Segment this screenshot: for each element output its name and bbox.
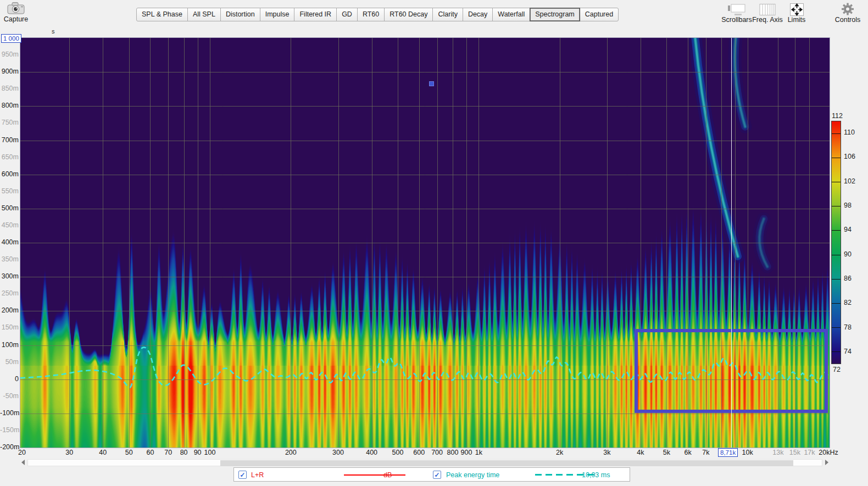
colorbar-tick-label: 86 (844, 275, 852, 282)
x-tick-label: 15k (789, 449, 800, 456)
y-tick-label: 400m (0, 238, 19, 246)
scrollbar-track[interactable] (27, 459, 822, 466)
x-tick-label: 50 (125, 449, 133, 456)
y-tick-label: 450m (0, 221, 19, 229)
scrollbars-label: Scrollbars (721, 16, 752, 24)
tab-all-spl[interactable]: All SPL (187, 8, 221, 21)
x-tick-label: 100 (204, 449, 216, 456)
limits-label: Limits (788, 16, 806, 24)
tab-decay[interactable]: Decay (463, 8, 493, 21)
tab-bar: SPL & PhaseAll SPLDistortionImpulseFilte… (136, 8, 618, 21)
capture-button[interactable]: Capture (2, 1, 30, 23)
colorbar-tick-label: 98 (844, 202, 852, 209)
x-tick-label: 13k (772, 449, 783, 456)
x-tick-label: 900 (461, 449, 472, 456)
y-tick-label: 500m (0, 204, 19, 212)
colorbar-tick-line (832, 303, 841, 304)
colorbar-tick-label: 94 (844, 226, 852, 233)
x-tick-label: 6k (685, 449, 692, 456)
y-tick-label: -150m (0, 426, 19, 434)
x-tick-label: 80 (180, 449, 188, 456)
tab-distortion[interactable]: Distortion (220, 8, 260, 21)
colorbar-tick-line (832, 133, 841, 134)
x-tick-label: 40 (99, 449, 107, 456)
y-tick-label: 100m (0, 341, 19, 349)
x-tick-label: 200 (285, 449, 297, 456)
tab-impulse[interactable]: Impulse (260, 8, 295, 21)
limits-button[interactable]: Limits (784, 3, 809, 24)
freq-axis-icon (759, 3, 776, 16)
x-tick-label: 2k (556, 449, 563, 456)
tab-rt60[interactable]: RT60 (357, 8, 385, 21)
x-tick-label: 10k (742, 449, 753, 456)
y-tick-label: 950m (0, 51, 19, 58)
plot-marker-square (429, 81, 434, 86)
y-tick-label: -50m (0, 392, 19, 400)
x-tick-label: 500 (392, 449, 404, 456)
colorbar-tick-label: 90 (844, 250, 852, 258)
x-tick-label: 20kHz (819, 449, 838, 456)
y-tick-label: 350m (0, 255, 19, 263)
colorbar-tick-line (832, 158, 841, 158)
y-tick-label: 700m (0, 136, 19, 144)
x-tick-label: 700 (431, 449, 443, 456)
scrollbar-left-arrow-icon[interactable] (21, 460, 25, 465)
colorbar-tick-label: 110 (844, 129, 855, 136)
cursor-line (731, 38, 732, 448)
x-tick-label: 70 (164, 449, 172, 456)
tab-filtered-ir[interactable]: Filtered IR (294, 8, 337, 21)
y-tick-label: 750m (0, 119, 19, 126)
scrollbar-right-arrow-icon[interactable] (825, 460, 828, 465)
rew-spectrogram-window: Capture SPL & PhaseAll SPLDistortionImpu… (0, 0, 868, 486)
y-tick-label: 850m (0, 85, 19, 92)
legend-checkbox-lr[interactable]: ✓ (238, 471, 247, 479)
cursor-freq-readout: 8,71k (718, 448, 738, 457)
colorbar-tick-label: 78 (844, 323, 852, 331)
tab-gd[interactable]: GD (336, 8, 358, 21)
time-axis-unit-label: s (52, 28, 55, 35)
x-tick-label: 30 (65, 449, 73, 456)
x-tick-label: 4k (637, 449, 644, 456)
x-tick-label: 17k (804, 449, 815, 456)
x-tick-label: 5k (663, 449, 670, 456)
scrollbar-thumb[interactable] (220, 460, 793, 466)
legend-label-lr: L+R (251, 471, 264, 479)
gear-icon (841, 2, 855, 16)
colorbar (831, 121, 841, 364)
y-axis-labels: 950m900m850m800m750m700m650m600m550m500m… (0, 38, 19, 448)
horizontal-scrollbar[interactable] (20, 459, 830, 466)
legend-unit-db: dB (383, 471, 392, 479)
y-tick-label: 550m (0, 187, 19, 195)
tab-clarity[interactable]: Clarity (432, 8, 463, 21)
tab-waterfall[interactable]: Waterfall (492, 8, 530, 21)
x-tick-label: 90 (194, 449, 202, 456)
camera-icon (7, 1, 25, 15)
y-tick-label: 300m (0, 272, 19, 280)
colorbar-tick-line (832, 279, 841, 280)
scrollbars-button[interactable]: Scrollbars (720, 3, 754, 24)
limits-icon (788, 3, 805, 16)
colorbar-tick-label: 102 (844, 177, 855, 185)
legend-value-peak-energy: 10,93 ms (582, 471, 610, 479)
capture-label: Capture (4, 15, 28, 23)
y-tick-label: 50m (0, 358, 19, 366)
controls-button[interactable]: Controls (832, 2, 863, 24)
tab-spectrogram[interactable]: Spectrogram (530, 8, 580, 21)
legend-line-sample-solid (344, 474, 405, 476)
tab-rt60-decay[interactable]: RT60 Decay (384, 8, 433, 21)
tab-spl-phase[interactable]: SPL & Phase (136, 8, 188, 21)
x-tick-label: 20 (18, 449, 26, 456)
y-tick-label: -100m (0, 409, 19, 417)
y-axis-max-input[interactable]: 1 000 (1, 34, 21, 43)
controls-label: Controls (835, 16, 861, 24)
colorbar-tick-line (832, 351, 841, 352)
colorbar-tick-label: 82 (844, 299, 852, 306)
colorbar-tick-label: 74 (844, 348, 852, 355)
legend-checkbox-peak-energy[interactable]: ✓ (433, 471, 441, 479)
colorbar-tick-line (832, 206, 841, 206)
x-tick-label: 7k (702, 449, 709, 456)
freq-axis-button[interactable]: Freq. Axis (751, 3, 784, 24)
legend-bar: ✓ L+R dB ✓ Peak energy time 10,93 ms (233, 467, 630, 482)
freq-axis-label: Freq. Axis (752, 16, 783, 24)
tab-captured[interactable]: Captured (580, 8, 619, 21)
